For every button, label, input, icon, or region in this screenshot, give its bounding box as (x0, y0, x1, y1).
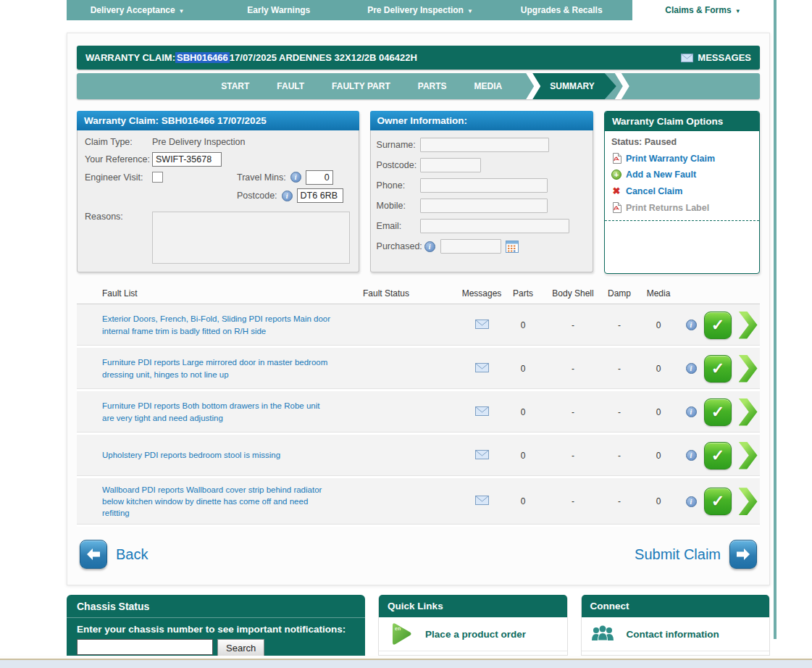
nav-upgrades-recalls[interactable]: Upgrades & Recalls (491, 0, 632, 20)
info-icon[interactable]: i (686, 363, 697, 374)
step-media[interactable]: MEDIA (474, 81, 503, 91)
fault-link[interactable]: Wallboard PDI reports Wallboard cover st… (77, 478, 363, 525)
fault-link[interactable]: Furniture PDI reports Large mirrored doo… (77, 351, 363, 385)
media-count: 0 (636, 451, 681, 461)
fault-row: Furniture PDI reports Both bottom drawer… (77, 391, 760, 435)
surname-input[interactable] (420, 138, 549, 152)
people-group-icon (590, 625, 615, 643)
col-parts: Parts (503, 288, 543, 298)
info-icon[interactable]: i (686, 406, 697, 417)
info-icon[interactable]: i (424, 241, 435, 252)
owner-postcode-input[interactable] (420, 158, 481, 172)
messages-envelope-icon[interactable] (475, 320, 489, 331)
info-icon[interactable]: i (282, 191, 293, 201)
step-fault[interactable]: FAULT (277, 81, 304, 91)
purchased-label: Purchased: (377, 241, 424, 251)
chevron-separator-icon (615, 73, 629, 99)
quick-links-title: Quick Links (379, 595, 566, 617)
open-fault-arrow-icon[interactable] (739, 312, 758, 339)
fault-link[interactable]: Upholstery PDI reports bedroom stool is … (77, 443, 363, 467)
travel-mins-label: Travel Mins: (237, 172, 286, 183)
fault-complete-button[interactable]: ✓ (704, 488, 732, 515)
options-panel-body: Status: Paused Print Warranty Claim (605, 131, 759, 273)
damp-value: - (603, 320, 636, 330)
claim-type-label: Claim Type: (85, 137, 152, 147)
calendar-icon (506, 241, 519, 253)
arrow-right-icon (736, 548, 750, 561)
open-fault-arrow-icon[interactable] (739, 355, 758, 383)
travel-mins-input[interactable] (306, 170, 333, 185)
warranty-claim-panel-body: Claim Type: Pre Delivery Inspection Your… (77, 130, 359, 272)
email-input[interactable] (420, 219, 569, 233)
mobile-input[interactable] (420, 199, 548, 213)
fault-complete-button[interactable]: ✓ (704, 312, 732, 339)
step-summary-active[interactable]: SUMMARY (531, 73, 616, 99)
nav-label: Claims & Forms (665, 5, 731, 15)
damp-value: - (603, 451, 636, 461)
chassis-search-button[interactable]: Search (217, 639, 264, 656)
warranty-claim-panel-title: Warranty Claim: SBH016466 17/07/2025 (77, 111, 359, 130)
back-button[interactable] (80, 540, 107, 569)
nav-label: Upgrades & Recalls (521, 5, 603, 15)
purchased-input[interactable] (440, 239, 501, 254)
connect-contact-information[interactable]: Contact information (582, 617, 769, 651)
claim-postcode-input[interactable] (297, 188, 343, 203)
cancel-claim-link[interactable]: ✖ Cancel Claim (611, 185, 753, 196)
info-icon[interactable]: i (686, 496, 697, 507)
reasons-label: Reasons: (85, 212, 152, 264)
nav-claims-forms[interactable]: Claims & Forms ▼ (632, 0, 774, 20)
calendar-picker-button[interactable] (506, 241, 519, 253)
info-icon[interactable]: i (686, 320, 697, 330)
warranty-claim-options-panel: Warranty Claim Options Status: Paused Pr… (604, 111, 760, 274)
fault-table: Fault List Fault Status Messages Parts B… (77, 284, 760, 527)
submit-claim-label[interactable]: Submit Claim (635, 546, 721, 563)
fault-row: Upholstery PDI reports bedroom stool is … (77, 435, 760, 478)
info-icon[interactable]: i (686, 450, 697, 461)
fault-link[interactable]: Furniture PDI reports Both bottom drawer… (77, 394, 363, 429)
open-fault-arrow-icon[interactable] (739, 398, 758, 426)
chevron-down-icon: ▼ (735, 8, 741, 14)
back-label[interactable]: Back (116, 546, 148, 563)
messages-envelope-icon[interactable] (475, 450, 489, 462)
open-fault-arrow-icon[interactable] (739, 488, 758, 515)
fault-link[interactable]: Exterior Doors, French, Bi-Fold, Sliding… (77, 307, 363, 342)
messages-button[interactable]: MESSAGES (681, 52, 751, 63)
your-reference-input[interactable] (152, 152, 222, 167)
chassis-number-input[interactable] (77, 639, 213, 655)
step-start[interactable]: START (221, 81, 249, 91)
nav-early-warnings[interactable]: Early Warnings (208, 0, 349, 20)
fault-complete-button[interactable]: ✓ (704, 355, 732, 383)
wizard-steps-bar: START FAULT FAULTY PART PARTS MEDIA SUMM… (77, 73, 760, 99)
step-faulty-part[interactable]: FAULTY PART (332, 81, 390, 91)
reasons-textarea[interactable] (152, 212, 350, 264)
parts-count: 0 (503, 451, 543, 461)
nav-pre-delivery-inspection[interactable]: Pre Delivery Inspection ▼ (349, 0, 490, 20)
submit-claim-button[interactable] (729, 540, 757, 569)
info-icon[interactable]: i (290, 172, 301, 183)
quick-link-product-order[interactable]: en Place a product order (379, 617, 566, 651)
phone-input[interactable] (420, 178, 548, 193)
messages-envelope-icon[interactable] (475, 363, 489, 375)
engineer-visit-checkbox[interactable] (152, 172, 163, 183)
messages-label: MESSAGES (698, 52, 751, 63)
fault-complete-button[interactable]: ✓ (704, 442, 732, 469)
warranty-claim-header-bar: WARRANTY CLAIM: SBH016466 17/07/2025 ARD… (77, 46, 760, 70)
chevron-down-icon: ▼ (179, 8, 185, 14)
chassis-prompt: Enter your chassis number to see importa… (67, 618, 365, 639)
print-warranty-claim-link[interactable]: Print Warranty Claim (611, 153, 753, 164)
connect-link-partial[interactable] (582, 651, 769, 656)
fault-row: Wallboard PDI reports Wallboard cover st… (77, 478, 760, 527)
claim-header-details: 17/07/2025 ARDENNES 32X12/2B 046422H (230, 52, 417, 63)
connect-panel: Connect Contact information (581, 595, 770, 656)
phone-label: Phone: (377, 180, 420, 191)
add-new-fault-link[interactable]: + Add a New Fault (611, 170, 753, 180)
fault-complete-button[interactable]: ✓ (704, 398, 732, 426)
messages-envelope-icon[interactable] (475, 406, 489, 418)
print-returns-label-link[interactable]: Print Returns Label (611, 202, 753, 213)
messages-envelope-icon[interactable] (475, 496, 489, 507)
open-fault-arrow-icon[interactable] (739, 442, 758, 469)
nav-delivery-acceptance[interactable]: Delivery Acceptance ▼ (67, 0, 208, 20)
your-reference-label: Your Reference: (85, 154, 152, 164)
quick-link-partial[interactable] (379, 651, 566, 656)
step-parts[interactable]: PARTS (418, 81, 447, 91)
